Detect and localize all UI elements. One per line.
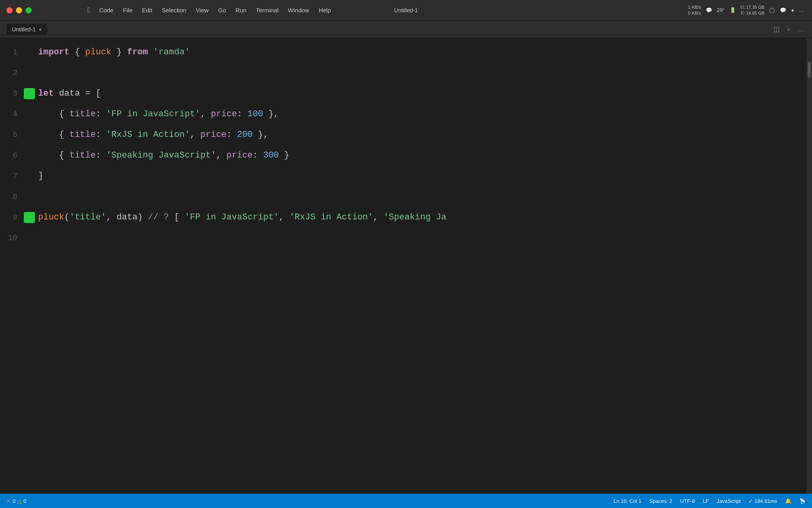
scrollbar-track[interactable] bbox=[806, 38, 812, 494]
editor-container: 1import { pluck } from 'ramda'23let data… bbox=[0, 38, 812, 494]
token-key: price bbox=[211, 109, 237, 119]
token-num: 300 bbox=[263, 150, 279, 160]
token-plain: , data) bbox=[106, 212, 148, 222]
code-line: 3let data = [ bbox=[0, 83, 806, 104]
line-number: 6 bbox=[0, 145, 24, 166]
encoding[interactable]: UTF-8 bbox=[680, 498, 695, 504]
token-plain: { bbox=[38, 109, 69, 119]
spaces[interactable]: Spaces: 2 bbox=[649, 498, 672, 504]
token-cm: // ? bbox=[148, 212, 174, 222]
token-plain bbox=[148, 47, 153, 57]
chat-icon[interactable]: 💬 bbox=[780, 7, 786, 13]
profile-icon[interactable]: ◯ bbox=[769, 7, 775, 13]
menu-terminal[interactable]: Terminal bbox=[252, 5, 283, 15]
token-str: 'title' bbox=[69, 212, 106, 222]
menu-selection[interactable]: Selection bbox=[158, 5, 190, 15]
error-count[interactable]: ✕ 0 △ 0 bbox=[6, 498, 26, 504]
token-num: 100 bbox=[247, 109, 263, 119]
status-bar: ✕ 0 △ 0 Ln 10, Col 1 Spaces: 2 UTF-8 LF … bbox=[0, 494, 812, 508]
token-plain: : bbox=[237, 109, 247, 119]
token-plain: data = [ bbox=[54, 89, 101, 98]
token-plain: : bbox=[253, 150, 263, 160]
line-content: pluck('title', data) // ? [ 'FP in JavaS… bbox=[38, 207, 806, 228]
token-num: 200 bbox=[237, 130, 253, 140]
titlebar:  Code File Edit Selection View Go Run T… bbox=[0, 0, 812, 21]
tab-actions: ◫ ● … bbox=[772, 24, 806, 35]
code-line: 7] bbox=[0, 166, 806, 187]
token-plain: } bbox=[111, 47, 127, 57]
token-str: 'RxJS in Action' bbox=[289, 212, 373, 222]
tab-bar: Untitled-1 ● ◫ ● … bbox=[0, 21, 812, 38]
more-icon[interactable]: … bbox=[799, 7, 804, 13]
apple-menu[interactable]:  bbox=[83, 5, 94, 16]
token-plain: } bbox=[279, 150, 289, 160]
tab-untitled-1[interactable]: Untitled-1 ● bbox=[6, 24, 47, 35]
code-line: 4 { title: 'FP in JavaScript', price: 10… bbox=[0, 104, 806, 125]
code-line: 8 bbox=[0, 187, 806, 207]
menu-go[interactable]: Go bbox=[214, 5, 230, 15]
maximize-button[interactable] bbox=[25, 7, 32, 13]
wechat-icon[interactable]: 💬 bbox=[706, 7, 712, 13]
menu-help[interactable]: Help bbox=[315, 5, 335, 15]
menu-run[interactable]: Run bbox=[232, 5, 251, 15]
menu-code[interactable]: Code bbox=[95, 5, 117, 15]
line-content: { title: 'Speaking JavaScript', price: 3… bbox=[38, 145, 806, 166]
menu-window[interactable]: Window bbox=[284, 5, 313, 15]
warning-number: 0 bbox=[23, 498, 26, 504]
token-plain: { bbox=[38, 130, 69, 140]
code-line: 6 { title: 'Speaking JavaScript', price:… bbox=[0, 145, 806, 166]
token-plain: : bbox=[226, 130, 237, 140]
scrollbar-thumb[interactable] bbox=[808, 62, 811, 78]
split-editor-icon[interactable]: ◫ bbox=[772, 24, 781, 35]
token-plain: ( bbox=[64, 212, 69, 222]
token-kw: from bbox=[127, 47, 148, 57]
warning-icon: △ bbox=[17, 498, 21, 504]
status-right: Ln 10, Col 1 Spaces: 2 UTF-8 LF JavaScri… bbox=[614, 498, 806, 504]
token-kw: let bbox=[38, 89, 54, 98]
network-info: 1 KB/s 0 KB/s bbox=[688, 4, 701, 16]
line-col[interactable]: Ln 10, Col 1 bbox=[614, 498, 642, 504]
token-str: 'ramda' bbox=[153, 47, 190, 57]
system-status: 1 KB/s 0 KB/s 💬 29° 🔋 U: 17.35 GB F: 14.… bbox=[688, 4, 812, 16]
line-number: 1 bbox=[0, 42, 24, 63]
token-str: 'FP in JavaScript' bbox=[185, 212, 279, 222]
language[interactable]: JavaScript bbox=[717, 498, 741, 504]
window-controls bbox=[0, 7, 79, 13]
token-plain: , bbox=[190, 130, 200, 140]
token-plain: , bbox=[373, 212, 383, 222]
close-button[interactable] bbox=[6, 7, 13, 13]
editor-content[interactable]: 1import { pluck } from 'ramda'23let data… bbox=[0, 38, 806, 494]
token-plain: , bbox=[200, 109, 211, 119]
breakpoint-icon[interactable] bbox=[24, 88, 35, 99]
tab-label: Untitled-1 bbox=[12, 26, 36, 33]
minimize-button[interactable] bbox=[16, 7, 22, 13]
line-number: 4 bbox=[0, 104, 24, 125]
line-content: { title: 'FP in JavaScript', price: 100 … bbox=[38, 104, 806, 125]
line-content: let data = [ bbox=[38, 83, 806, 104]
token-str: 'Speaking JavaScript' bbox=[106, 150, 216, 160]
line-number: 10 bbox=[0, 228, 24, 248]
avatar[interactable]: ● bbox=[791, 7, 794, 13]
storage-info: U: 17.35 GB F: 14.65 GB bbox=[741, 4, 765, 16]
error-number: 0 bbox=[13, 498, 15, 504]
token-plain: : bbox=[96, 109, 106, 119]
more-tabs-icon[interactable]: … bbox=[796, 24, 806, 35]
notification-icon[interactable]: 🔔 bbox=[785, 498, 791, 504]
line-ending[interactable]: LF bbox=[703, 498, 709, 504]
line-number: 7 bbox=[0, 166, 24, 187]
token-key: price bbox=[200, 130, 226, 140]
menu-file[interactable]: File bbox=[119, 5, 136, 15]
breakpoint-icon[interactable] bbox=[24, 212, 35, 223]
token-plain: }, bbox=[253, 130, 268, 140]
menu-bar:  Code File Edit Selection View Go Run T… bbox=[79, 5, 688, 16]
token-plain: { bbox=[38, 150, 69, 160]
line-number: 9 bbox=[0, 207, 24, 228]
line-content: import { pluck } from 'ramda' bbox=[38, 42, 806, 63]
token-plain: , bbox=[216, 150, 226, 160]
code-line: 10 bbox=[0, 228, 806, 248]
error-icon: ✕ bbox=[6, 498, 11, 504]
token-key: title bbox=[69, 109, 96, 119]
menu-edit[interactable]: Edit bbox=[138, 5, 156, 15]
broadcast-icon[interactable]: 📡 bbox=[799, 498, 806, 504]
menu-view[interactable]: View bbox=[192, 5, 213, 15]
